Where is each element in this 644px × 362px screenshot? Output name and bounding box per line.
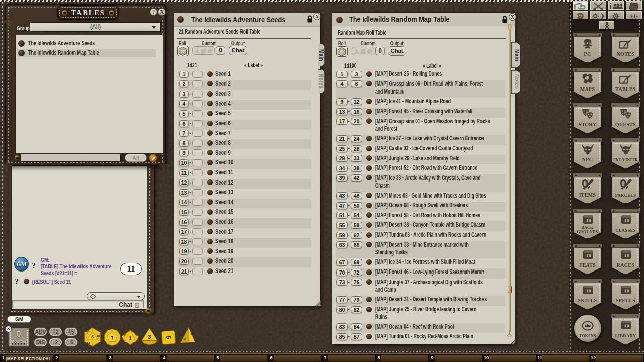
svg-text:1: 1 xyxy=(129,336,132,341)
svg-text:15: 15 xyxy=(96,334,100,337)
svg-text:13: 13 xyxy=(87,341,90,344)
svg-text:3: 3 xyxy=(148,334,151,340)
